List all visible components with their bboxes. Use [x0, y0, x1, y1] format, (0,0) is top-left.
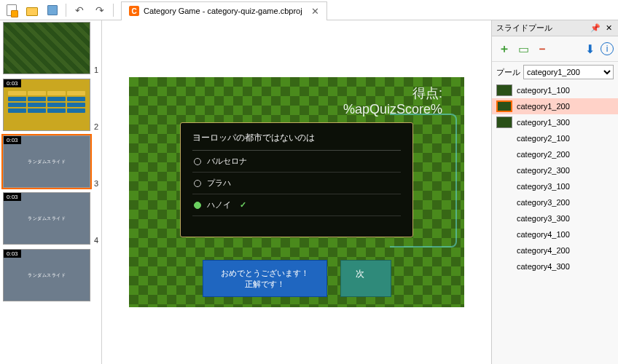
- feedback-line2: 正解です！: [221, 279, 309, 289]
- pool-label: プール: [496, 67, 520, 78]
- slide-thumbnail[interactable]: 0:03ランダムスライド: [3, 249, 90, 301]
- new-doc-button[interactable]: [3, 1, 20, 19]
- quiz-option-label: プラハ: [207, 178, 231, 189]
- open-button[interactable]: [23, 1, 41, 19]
- pool-item[interactable]: category3_300: [492, 210, 618, 226]
- pool-select[interactable]: category1_200: [523, 65, 614, 79]
- pool-item-label: category2_200: [517, 150, 570, 159]
- slide-pool-panel: スライドプール 📌 ✕ ＋ ▭ － ⬇ i プール category1_200 …: [491, 20, 618, 364]
- pool-item[interactable]: category3_200: [492, 194, 618, 210]
- slide-thumb-text: ランダムスライド: [28, 215, 66, 222]
- pool-item-label: category2_300: [517, 166, 570, 175]
- panel-title: スライドプール: [496, 23, 552, 33]
- panel-close-button[interactable]: ✕: [603, 23, 614, 33]
- pool-info-button[interactable]: i: [601, 42, 614, 55]
- feedback-button[interactable]: おめでとうございます！ 正解です！: [203, 260, 327, 297]
- pool-toolbar: ＋ ▭ － ⬇ i: [492, 36, 618, 62]
- quiz-option[interactable]: バルセロナ: [192, 151, 401, 173]
- pool-item-label: category4_200: [517, 246, 570, 255]
- next-button-label: 次: [356, 269, 364, 279]
- pool-item[interactable]: category1_100: [492, 82, 618, 98]
- save-button[interactable]: [44, 1, 61, 19]
- project-icon: C: [129, 6, 139, 16]
- checkmark-icon: ✓: [240, 200, 246, 210]
- feedback-line1: おめでとうございます！: [221, 268, 309, 278]
- app-toolbar: ↶ ↷ C Category Game - category-quiz-game…: [0, 0, 618, 20]
- pool-item[interactable]: category2_300: [492, 162, 618, 178]
- pool-item-thumb: [496, 116, 512, 128]
- pool-item[interactable]: category1_200: [492, 98, 618, 114]
- pool-item-label: category4_100: [517, 230, 570, 239]
- radio-icon: [194, 158, 201, 165]
- slide-duration: 0:03: [4, 136, 21, 144]
- quiz-option[interactable]: ハノイ✓: [192, 194, 401, 216]
- score-label: 得点:: [343, 86, 442, 102]
- next-button[interactable]: 次: [340, 260, 391, 297]
- quiz-option-label: バルセロナ: [207, 156, 247, 167]
- pool-item-thumb: [496, 100, 512, 112]
- quiz-question: ヨーロッパの都市ではないのは: [192, 132, 401, 151]
- close-tab-button[interactable]: ✕: [311, 6, 319, 17]
- document-tab[interactable]: C Category Game - category-quiz-game.cbp…: [121, 1, 327, 20]
- pool-duplicate-button[interactable]: ▭: [515, 41, 531, 57]
- pin-icon[interactable]: 📌: [590, 23, 601, 33]
- pool-item[interactable]: category4_300: [492, 258, 618, 274]
- slide-number: 2: [94, 122, 98, 131]
- undo-button[interactable]: ↶: [71, 1, 88, 19]
- slide-thumb-text: ランダムスライド: [28, 159, 66, 165]
- pool-item-label: category1_300: [517, 118, 570, 127]
- pool-item[interactable]: category4_100: [492, 226, 618, 242]
- slide-stage[interactable]: 得点: %apQuizScore% ヨーロッパの都市ではないのは バルセロナプラ…: [129, 77, 464, 307]
- slide-number: 1: [94, 66, 98, 74]
- slide-thumbnail[interactable]: 0:03: [3, 79, 90, 131]
- pool-list[interactable]: category1_100category1_200category1_300c…: [492, 82, 618, 274]
- quiz-option[interactable]: プラハ: [192, 173, 401, 194]
- quiz-card: ヨーロッパの都市ではないのは バルセロナプラハハノイ✓: [180, 122, 413, 237]
- stage-area: 得点: %apQuizScore% ヨーロッパの都市ではないのは バルセロナプラ…: [102, 20, 491, 364]
- pool-item-label: category3_200: [517, 198, 570, 207]
- radio-icon: [194, 202, 201, 209]
- slide-duration: 0:03: [4, 193, 21, 201]
- pool-remove-button[interactable]: －: [534, 41, 550, 57]
- pool-item-label: category4_300: [517, 262, 570, 271]
- pool-item-label: category2_100: [517, 134, 570, 143]
- slide-number: 4: [94, 236, 98, 245]
- document-tab-title: Category Game - category-quiz-game.cbpro…: [144, 7, 302, 15]
- pool-item-label: category1_100: [517, 86, 570, 95]
- pool-item-label: category3_100: [517, 182, 570, 191]
- pool-item-label: category3_300: [517, 214, 570, 223]
- slide-duration: 0:03: [4, 250, 21, 258]
- slide-thumbnail[interactable]: 0:03ランダムスライド: [3, 135, 90, 188]
- score-display: 得点: %apQuizScore%: [343, 86, 442, 117]
- pool-item-label: category1_200: [517, 102, 570, 111]
- pool-item-thumb: [496, 84, 512, 96]
- radio-icon: [194, 180, 201, 187]
- redo-button[interactable]: ↷: [91, 1, 109, 19]
- slide-panel[interactable]: 10:0320:03ランダムスライド30:03ランダムスライド40:03ランダム…: [0, 20, 102, 364]
- pool-item[interactable]: category2_100: [492, 130, 618, 146]
- slide-thumb-text: ランダムスライド: [28, 272, 66, 279]
- slide-thumbnail[interactable]: [3, 22, 90, 74]
- pool-download-button[interactable]: ⬇: [582, 41, 598, 57]
- pool-add-button[interactable]: ＋: [496, 41, 512, 57]
- slide-duration: 0:03: [4, 79, 21, 87]
- quiz-option-label: ハノイ: [207, 199, 231, 210]
- pool-item[interactable]: category4_200: [492, 242, 618, 258]
- pool-item[interactable]: category3_100: [492, 178, 618, 194]
- pool-item[interactable]: category1_300: [492, 114, 618, 130]
- slide-thumbnail[interactable]: 0:03ランダムスライド: [3, 192, 90, 245]
- score-value: %apQuizScore%: [343, 102, 442, 118]
- slide-number: 3: [94, 179, 98, 188]
- pool-item[interactable]: category2_200: [492, 146, 618, 162]
